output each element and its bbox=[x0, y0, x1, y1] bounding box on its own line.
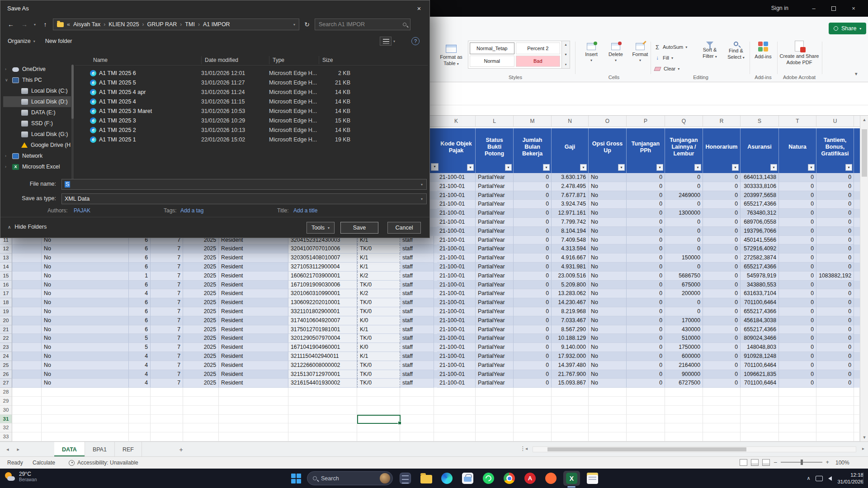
cell[interactable]: 2025 bbox=[183, 379, 219, 388]
cell[interactable]: 7 bbox=[151, 352, 183, 361]
gallery-more-icon[interactable]: ▾ bbox=[565, 63, 567, 66]
cell[interactable]: 0 bbox=[627, 379, 665, 388]
column-header[interactable]: Tunjangan Lainnya / Lembur ▾ bbox=[665, 128, 703, 173]
cell[interactable] bbox=[151, 432, 183, 441]
close-button[interactable]: × bbox=[844, 0, 863, 17]
cell[interactable]: TK/0 bbox=[357, 298, 400, 307]
cell[interactable]: 0 bbox=[703, 272, 741, 281]
cell[interactable]: 0 bbox=[816, 227, 854, 236]
cell[interactable] bbox=[12, 352, 42, 361]
cell[interactable]: 2025 bbox=[183, 343, 219, 352]
cell[interactable] bbox=[552, 415, 589, 424]
addins-button[interactable]: Add-ins bbox=[751, 42, 775, 59]
tools-button[interactable]: Tools ▾ bbox=[307, 222, 335, 234]
row-header[interactable]: 26 bbox=[0, 370, 12, 379]
column-header[interactable]: Opsi Gross Up ▾ bbox=[589, 128, 627, 173]
up-icon[interactable]: ↑ bbox=[39, 19, 51, 30]
cell[interactable]: 7.799.742 bbox=[552, 218, 589, 227]
cell[interactable]: No bbox=[589, 173, 627, 182]
cell[interactable]: Resident bbox=[219, 343, 288, 352]
cell[interactable]: 21-100-01 bbox=[437, 307, 476, 316]
refresh-icon[interactable]: ↻ bbox=[301, 19, 313, 30]
gallery-up-icon[interactable]: ▲ bbox=[564, 43, 567, 46]
cell[interactable]: 7 bbox=[151, 281, 183, 290]
table-row[interactable]: 21-100-01PartialYear017.932.000No0600000… bbox=[430, 352, 860, 361]
cell[interactable] bbox=[476, 423, 514, 432]
cell[interactable]: No bbox=[589, 307, 627, 316]
cell[interactable] bbox=[476, 397, 514, 406]
cell[interactable]: 655217,4366 bbox=[741, 307, 779, 316]
cell[interactable]: 2025 bbox=[183, 272, 219, 281]
cell[interactable] bbox=[665, 432, 703, 441]
cell[interactable] bbox=[12, 343, 42, 352]
cell[interactable]: 0 bbox=[627, 272, 665, 281]
autosum-button[interactable]: Σ AutoSum ▾ bbox=[654, 42, 695, 52]
cell[interactable]: PartialYear bbox=[476, 182, 514, 191]
cell[interactable] bbox=[12, 361, 42, 370]
cell[interactable]: 7 bbox=[151, 253, 183, 263]
cell[interactable]: No bbox=[589, 352, 627, 361]
cell[interactable]: No bbox=[42, 244, 129, 253]
cell[interactable] bbox=[219, 415, 288, 424]
cell[interactable]: 0 bbox=[816, 182, 854, 191]
row-header[interactable]: 32 bbox=[0, 423, 12, 432]
cell[interactable]: 2025 bbox=[183, 325, 219, 334]
dialog-close-button[interactable]: × bbox=[409, 0, 429, 16]
sheet-nav-right-icon[interactable]: ▸ bbox=[17, 446, 20, 452]
cell[interactable]: 12.971.161 bbox=[552, 209, 589, 218]
cell[interactable] bbox=[854, 415, 860, 424]
cell[interactable]: 0 bbox=[627, 218, 665, 227]
fill-button[interactable]: ↓ Fill ▾ bbox=[654, 52, 695, 63]
cell[interactable]: 0 bbox=[703, 173, 741, 182]
table-row[interactable]: 21-100-01PartialYear02.478.495No00030333… bbox=[430, 182, 860, 191]
cell[interactable] bbox=[816, 423, 854, 432]
cell[interactable]: 0 bbox=[627, 343, 665, 352]
cell[interactable]: TK/0 bbox=[357, 361, 400, 370]
row-header[interactable]: 21 bbox=[0, 325, 12, 334]
cell[interactable]: staff bbox=[400, 289, 434, 298]
cell[interactable] bbox=[589, 397, 627, 406]
cell[interactable]: 3.924.745 bbox=[552, 200, 589, 209]
tree-chevron-icon[interactable]: › bbox=[5, 164, 9, 169]
cancel-button[interactable]: Cancel bbox=[387, 222, 421, 234]
dialog-search-input[interactable]: Search A1 IMPOR bbox=[315, 19, 410, 30]
cell[interactable]: staff bbox=[400, 370, 434, 379]
cell[interactable]: 7 bbox=[151, 272, 183, 281]
cell[interactable]: 0 bbox=[703, 263, 741, 272]
cell[interactable]: 5 bbox=[129, 343, 151, 352]
cell[interactable]: PartialYear bbox=[476, 343, 514, 352]
cell[interactable] bbox=[741, 432, 779, 441]
cell[interactable] bbox=[129, 406, 151, 415]
list-item[interactable]: A1 TMI 2025 1 22/01/2026 15:02 Microsoft… bbox=[75, 135, 428, 144]
status-calculate[interactable]: Calculate bbox=[33, 460, 55, 466]
cell[interactable]: Resident bbox=[219, 370, 288, 379]
column-header[interactable]: Tantiem, Bonus, Gratifikasi ▾ bbox=[816, 128, 854, 173]
cell[interactable] bbox=[854, 406, 860, 415]
cell[interactable]: 21-100-01 bbox=[437, 182, 476, 191]
filter-icon[interactable]: ▾ bbox=[808, 164, 815, 171]
row-header[interactable]: 17 bbox=[0, 289, 12, 298]
cell[interactable] bbox=[129, 415, 151, 424]
cell[interactable] bbox=[219, 432, 288, 441]
cell[interactable] bbox=[514, 406, 552, 415]
cell[interactable] bbox=[151, 406, 183, 415]
cell[interactable]: 272582,3874 bbox=[741, 253, 779, 263]
cell[interactable] bbox=[741, 406, 779, 415]
cell[interactable] bbox=[514, 423, 552, 432]
cell[interactable] bbox=[151, 388, 183, 397]
table-row[interactable]: 21-100-01PartialYear04.313.594No00057291… bbox=[430, 244, 860, 253]
cell[interactable]: 0 bbox=[779, 272, 816, 281]
cell[interactable] bbox=[627, 432, 665, 441]
row-header[interactable]: 14 bbox=[0, 263, 12, 272]
cell[interactable]: TK/0 bbox=[357, 379, 400, 388]
table-row[interactable]: 21-100-01PartialYear014.397.480No0216400… bbox=[430, 361, 860, 370]
cell[interactable]: 1083882,192 bbox=[816, 272, 854, 281]
cell[interactable]: No bbox=[589, 218, 627, 227]
hscroll-left-icon[interactable]: ◂ bbox=[525, 446, 528, 451]
cell[interactable] bbox=[12, 397, 42, 406]
cell[interactable]: 701100,6464 bbox=[741, 379, 779, 388]
filter-icon[interactable]: ▾ bbox=[732, 164, 739, 171]
cell[interactable] bbox=[476, 406, 514, 415]
cell[interactable] bbox=[514, 415, 552, 424]
cell[interactable] bbox=[816, 415, 854, 424]
